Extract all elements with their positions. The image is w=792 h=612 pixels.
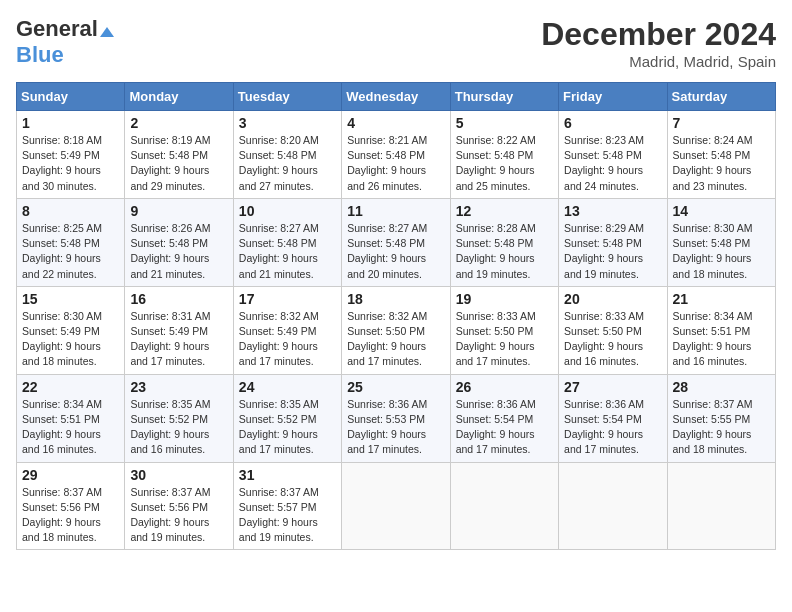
- day-info: Sunrise: 8:34 AMSunset: 5:51 PMDaylight:…: [22, 398, 102, 456]
- day-number: 18: [347, 291, 444, 307]
- day-cell: 9 Sunrise: 8:26 AMSunset: 5:48 PMDayligh…: [125, 198, 233, 286]
- day-info: Sunrise: 8:33 AMSunset: 5:50 PMDaylight:…: [456, 310, 536, 368]
- day-cell: 26 Sunrise: 8:36 AMSunset: 5:54 PMDaylig…: [450, 374, 558, 462]
- day-number: 17: [239, 291, 336, 307]
- day-info: Sunrise: 8:18 AMSunset: 5:49 PMDaylight:…: [22, 134, 102, 192]
- day-number: 3: [239, 115, 336, 131]
- day-info: Sunrise: 8:31 AMSunset: 5:49 PMDaylight:…: [130, 310, 210, 368]
- page-header: General Blue December 2024 Madrid, Madri…: [16, 16, 776, 70]
- day-info: Sunrise: 8:35 AMSunset: 5:52 PMDaylight:…: [130, 398, 210, 456]
- day-info: Sunrise: 8:23 AMSunset: 5:48 PMDaylight:…: [564, 134, 644, 192]
- day-number: 12: [456, 203, 553, 219]
- day-number: 10: [239, 203, 336, 219]
- day-info: Sunrise: 8:30 AMSunset: 5:49 PMDaylight:…: [22, 310, 102, 368]
- day-number: 15: [22, 291, 119, 307]
- day-cell: 3 Sunrise: 8:20 AMSunset: 5:48 PMDayligh…: [233, 111, 341, 199]
- location: Madrid, Madrid, Spain: [541, 53, 776, 70]
- day-cell: 20 Sunrise: 8:33 AMSunset: 5:50 PMDaylig…: [559, 286, 667, 374]
- day-cell: 24 Sunrise: 8:35 AMSunset: 5:52 PMDaylig…: [233, 374, 341, 462]
- day-info: Sunrise: 8:35 AMSunset: 5:52 PMDaylight:…: [239, 398, 319, 456]
- day-number: 2: [130, 115, 227, 131]
- day-cell: 27 Sunrise: 8:36 AMSunset: 5:54 PMDaylig…: [559, 374, 667, 462]
- day-cell: 16 Sunrise: 8:31 AMSunset: 5:49 PMDaylig…: [125, 286, 233, 374]
- day-cell: 15 Sunrise: 8:30 AMSunset: 5:49 PMDaylig…: [17, 286, 125, 374]
- week-row-5: 29 Sunrise: 8:37 AMSunset: 5:56 PMDaylig…: [17, 462, 776, 550]
- day-info: Sunrise: 8:27 AMSunset: 5:48 PMDaylight:…: [239, 222, 319, 280]
- logo: General Blue: [16, 16, 114, 68]
- day-cell: 2 Sunrise: 8:19 AMSunset: 5:48 PMDayligh…: [125, 111, 233, 199]
- day-cell: 11 Sunrise: 8:27 AMSunset: 5:48 PMDaylig…: [342, 198, 450, 286]
- day-number: 1: [22, 115, 119, 131]
- logo-general: General: [16, 16, 114, 42]
- day-number: 27: [564, 379, 661, 395]
- day-info: Sunrise: 8:34 AMSunset: 5:51 PMDaylight:…: [673, 310, 753, 368]
- day-cell: 12 Sunrise: 8:28 AMSunset: 5:48 PMDaylig…: [450, 198, 558, 286]
- day-info: Sunrise: 8:37 AMSunset: 5:55 PMDaylight:…: [673, 398, 753, 456]
- day-cell: 1 Sunrise: 8:18 AMSunset: 5:49 PMDayligh…: [17, 111, 125, 199]
- day-number: 20: [564, 291, 661, 307]
- day-number: 6: [564, 115, 661, 131]
- weekday-thursday: Thursday: [450, 83, 558, 111]
- weekday-sunday: Sunday: [17, 83, 125, 111]
- day-info: Sunrise: 8:32 AMSunset: 5:49 PMDaylight:…: [239, 310, 319, 368]
- calendar-body: 1 Sunrise: 8:18 AMSunset: 5:49 PMDayligh…: [17, 111, 776, 550]
- weekday-header-row: SundayMondayTuesdayWednesdayThursdayFrid…: [17, 83, 776, 111]
- day-info: Sunrise: 8:32 AMSunset: 5:50 PMDaylight:…: [347, 310, 427, 368]
- day-number: 8: [22, 203, 119, 219]
- day-number: 28: [673, 379, 770, 395]
- week-row-4: 22 Sunrise: 8:34 AMSunset: 5:51 PMDaylig…: [17, 374, 776, 462]
- day-info: Sunrise: 8:21 AMSunset: 5:48 PMDaylight:…: [347, 134, 427, 192]
- day-cell: [342, 462, 450, 550]
- day-cell: 21 Sunrise: 8:34 AMSunset: 5:51 PMDaylig…: [667, 286, 775, 374]
- day-number: 30: [130, 467, 227, 483]
- month-title: December 2024: [541, 16, 776, 53]
- day-info: Sunrise: 8:20 AMSunset: 5:48 PMDaylight:…: [239, 134, 319, 192]
- weekday-monday: Monday: [125, 83, 233, 111]
- day-number: 9: [130, 203, 227, 219]
- weekday-saturday: Saturday: [667, 83, 775, 111]
- day-number: 19: [456, 291, 553, 307]
- day-info: Sunrise: 8:25 AMSunset: 5:48 PMDaylight:…: [22, 222, 102, 280]
- day-number: 14: [673, 203, 770, 219]
- week-row-1: 1 Sunrise: 8:18 AMSunset: 5:49 PMDayligh…: [17, 111, 776, 199]
- day-number: 31: [239, 467, 336, 483]
- day-number: 22: [22, 379, 119, 395]
- day-number: 4: [347, 115, 444, 131]
- day-cell: [667, 462, 775, 550]
- day-info: Sunrise: 8:19 AMSunset: 5:48 PMDaylight:…: [130, 134, 210, 192]
- day-cell: 29 Sunrise: 8:37 AMSunset: 5:56 PMDaylig…: [17, 462, 125, 550]
- day-info: Sunrise: 8:27 AMSunset: 5:48 PMDaylight:…: [347, 222, 427, 280]
- day-cell: 22 Sunrise: 8:34 AMSunset: 5:51 PMDaylig…: [17, 374, 125, 462]
- day-info: Sunrise: 8:37 AMSunset: 5:56 PMDaylight:…: [22, 486, 102, 544]
- day-info: Sunrise: 8:36 AMSunset: 5:53 PMDaylight:…: [347, 398, 427, 456]
- day-cell: [559, 462, 667, 550]
- day-info: Sunrise: 8:30 AMSunset: 5:48 PMDaylight:…: [673, 222, 753, 280]
- day-number: 5: [456, 115, 553, 131]
- weekday-tuesday: Tuesday: [233, 83, 341, 111]
- day-info: Sunrise: 8:29 AMSunset: 5:48 PMDaylight:…: [564, 222, 644, 280]
- day-number: 25: [347, 379, 444, 395]
- day-cell: 4 Sunrise: 8:21 AMSunset: 5:48 PMDayligh…: [342, 111, 450, 199]
- day-info: Sunrise: 8:37 AMSunset: 5:57 PMDaylight:…: [239, 486, 319, 544]
- day-cell: [450, 462, 558, 550]
- day-info: Sunrise: 8:28 AMSunset: 5:48 PMDaylight:…: [456, 222, 536, 280]
- day-cell: 23 Sunrise: 8:35 AMSunset: 5:52 PMDaylig…: [125, 374, 233, 462]
- day-info: Sunrise: 8:24 AMSunset: 5:48 PMDaylight:…: [673, 134, 753, 192]
- logo-blue: Blue: [16, 42, 64, 68]
- calendar-table: SundayMondayTuesdayWednesdayThursdayFrid…: [16, 82, 776, 550]
- day-cell: 10 Sunrise: 8:27 AMSunset: 5:48 PMDaylig…: [233, 198, 341, 286]
- day-number: 16: [130, 291, 227, 307]
- week-row-2: 8 Sunrise: 8:25 AMSunset: 5:48 PMDayligh…: [17, 198, 776, 286]
- day-cell: 14 Sunrise: 8:30 AMSunset: 5:48 PMDaylig…: [667, 198, 775, 286]
- day-number: 13: [564, 203, 661, 219]
- day-cell: 19 Sunrise: 8:33 AMSunset: 5:50 PMDaylig…: [450, 286, 558, 374]
- day-info: Sunrise: 8:36 AMSunset: 5:54 PMDaylight:…: [564, 398, 644, 456]
- day-info: Sunrise: 8:22 AMSunset: 5:48 PMDaylight:…: [456, 134, 536, 192]
- day-info: Sunrise: 8:26 AMSunset: 5:48 PMDaylight:…: [130, 222, 210, 280]
- day-number: 29: [22, 467, 119, 483]
- day-info: Sunrise: 8:37 AMSunset: 5:56 PMDaylight:…: [130, 486, 210, 544]
- day-cell: 30 Sunrise: 8:37 AMSunset: 5:56 PMDaylig…: [125, 462, 233, 550]
- day-cell: 17 Sunrise: 8:32 AMSunset: 5:49 PMDaylig…: [233, 286, 341, 374]
- day-info: Sunrise: 8:36 AMSunset: 5:54 PMDaylight:…: [456, 398, 536, 456]
- day-cell: 31 Sunrise: 8:37 AMSunset: 5:57 PMDaylig…: [233, 462, 341, 550]
